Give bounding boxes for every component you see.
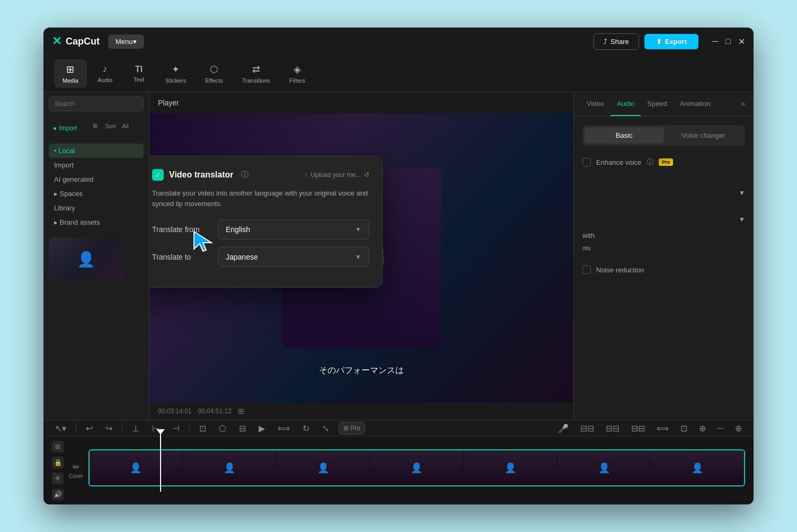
tool-3[interactable]: ⊟⊟ [628,421,648,436]
chevron-down-icon-2: ▼ [355,253,361,261]
crop-tool[interactable]: ⊟ [236,421,249,436]
right-panel: Video Audio Speed Animation » Basic [573,92,754,420]
tool-5[interactable]: ⊡ [677,421,690,436]
play-tool[interactable]: ▶ [255,421,268,436]
right-content: Basic Voice changer Enhance voice ⓘ Pro … [574,117,754,293]
expand-arrow[interactable]: ▼ [739,189,745,197]
noise-reduction-checkbox[interactable] [582,265,591,274]
nav-item-spaces[interactable]: ▸ Spaces [49,187,144,201]
voice-changer-toggle[interactable]: Voice changer [664,127,743,144]
toolbar-item-effects[interactable]: ⬡ Effects [197,59,231,88]
menu-button[interactable]: Menu▾ [108,34,144,49]
tab-audio[interactable]: Audio [610,92,641,116]
nav-item-import[interactable]: Import [49,158,144,172]
app-logo: ✕ CapCut [52,34,100,48]
audio-label: Audio [98,77,112,83]
track-frame-6: 👤 [557,450,651,485]
effects-icon: ⬡ [210,64,218,75]
title-bar-actions: ⤴ Share ⬆ Export ─ □ ✕ [594,33,745,50]
transitions-icon: ⇄ [252,64,260,75]
toolbar-item-text[interactable]: TI Text [123,60,155,87]
basic-toggle[interactable]: Basic [585,127,664,144]
track-lock-button[interactable]: 🔒 [52,457,64,468]
tool-minus[interactable]: ─ [714,421,727,435]
toolbar-item-filters[interactable]: ◈ Filters [281,59,314,88]
toolbar: ⊞ Media ♪ Audio TI Text ✦ Stickers ⬡ Eff… [43,55,754,92]
toolbar-item-audio[interactable]: ♪ Audio [89,59,121,87]
share-button[interactable]: ⤴ Share [594,33,639,50]
toolbar-item-stickers[interactable]: ✦ Stickers [157,59,194,88]
cover-icon: ✏ [73,462,79,472]
nav-item-brand-assets[interactable]: ▸ Brand assets [49,215,144,229]
toolbar-item-transitions[interactable]: ⇄ Transitions [234,59,279,88]
export-icon: ⬆ [656,38,662,46]
main-content: ● Import ⊞ Sort All • Local Import AI ge… [43,92,754,420]
rotate-tool[interactable]: ↻ [299,421,313,436]
nav-section: • Local Import AI generated ▸ Spaces Lib… [43,140,149,233]
maximize-button[interactable]: □ [725,37,731,46]
media-icon: ⊞ [66,64,74,75]
enhance-voice-label: Enhance voice [596,158,641,166]
translator-checkbox[interactable]: ✓ [152,169,164,181]
chevron-down-icon: ▼ [355,226,361,233]
all-label: All [122,123,128,129]
split-tool[interactable]: ⊥ [129,421,143,436]
expand-arrow-2[interactable]: ▼ [739,216,745,223]
tool-2[interactable]: ⊟⊟ [603,421,623,436]
translate-to-row: Translate to Japanese ▼ [152,247,369,267]
undo-button[interactable]: ↩ [83,421,96,436]
app-name: CapCut [66,36,100,47]
tab-video[interactable]: Video [580,92,610,116]
tool-4[interactable]: ⟺ [653,421,672,436]
track-eye-button[interactable]: 👁 [52,473,64,484]
timeline-area: ↖▾ ↩ ↪ ⊥ ⊢ ⊣ ⊡ ⬠ ⊟ ▶ ⟺ ↻ ⤡ ⊞ Pro 🎤 ⊟⊟ ⊟⊟… [43,420,754,504]
nav-item-local[interactable]: • Local [49,144,144,158]
enhance-voice-checkbox[interactable] [582,158,591,166]
transitions-label: Transitions [242,77,270,84]
svg-marker-0 [194,232,211,251]
transform-tool[interactable]: ⤡ [319,421,332,436]
timeline-toolbar: ↖▾ ↩ ↪ ⊥ ⊢ ⊣ ⊡ ⬠ ⊟ ▶ ⟺ ↻ ⤡ ⊞ Pro 🎤 ⊟⊟ ⊟⊟… [43,420,754,437]
cover-button[interactable]: ✏ Cover [69,462,83,479]
stickers-label: Stickers [165,77,186,84]
timeline-content: ⊞ 🔒 👁 🔊 ✏ Cover 👤 👤 👤 👤 👤 👤 👤 [43,437,754,504]
zoom-control[interactable]: ⊕ [732,421,745,436]
tab-animation[interactable]: Animation [674,92,717,116]
mirror-tool[interactable]: ⟺ [274,421,293,436]
minimize-button[interactable]: ─ [712,37,718,46]
toolbar-item-media[interactable]: ⊞ Media [54,59,87,88]
shape-tool[interactable]: ⬠ [216,421,229,436]
tab-more-icon[interactable]: » [739,92,747,116]
translate-from-select[interactable]: English ▼ [218,219,369,240]
export-button[interactable]: ⬆ Export [644,34,698,49]
select-tool[interactable]: ↖▾ [52,421,69,436]
import-button[interactable]: ● Import [49,121,81,135]
track-audio-button[interactable]: 🔊 [52,489,64,500]
close-button[interactable]: ✕ [738,37,745,47]
search-input[interactable] [49,96,144,111]
audio-mode-toggle: Basic Voice changer [582,125,745,146]
timeline-track: 👤 👤 👤 👤 👤 👤 👤 [88,449,745,492]
tool-1[interactable]: ⊟⊟ [577,421,597,436]
video-track-strip[interactable]: 👤 👤 👤 👤 👤 👤 👤 [88,449,745,486]
translate-to-select[interactable]: Japanese ▼ [218,247,369,267]
redo-button[interactable]: ↪ [102,421,116,436]
media-controls: ● Import ⊞ Sort All [43,116,149,140]
pro-badge: Pro [659,158,673,166]
mic-tool[interactable]: 🎤 [555,421,572,436]
grid-view-button[interactable]: ⊞ [90,121,101,131]
nav-item-library[interactable]: Library [49,201,144,215]
track-controls: ⊞ 🔒 👁 🔊 [52,441,64,500]
tool-6[interactable]: ⊕ [696,421,709,436]
translator-help-icon[interactable]: ⓘ [241,170,249,180]
pro-tool-button[interactable]: ⊞ Pro [339,422,365,435]
crop-right-tool[interactable]: ⊣ [169,421,183,436]
track-scene-button[interactable]: ⊞ [52,441,64,453]
refresh-icon[interactable]: ↺ [364,171,369,179]
delete-tool[interactable]: ⊡ [196,421,209,436]
translate-from-value: English [226,225,250,234]
tab-speed[interactable]: Speed [641,92,674,116]
thumbnail-item[interactable]: 👤 [49,238,123,280]
nav-item-ai-generated[interactable]: AI generated [49,172,144,187]
translator-upload-area[interactable]: ↑ Upload your me... ↺ [304,171,369,179]
